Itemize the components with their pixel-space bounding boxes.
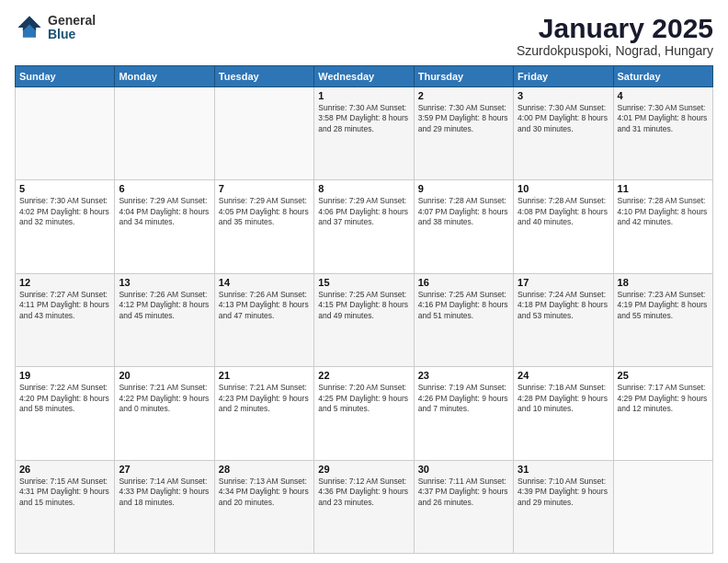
day-content: Sunrise: 7:12 AM Sunset: 4:36 PM Dayligh… xyxy=(318,477,409,508)
calendar-cell: 25Sunrise: 7:17 AM Sunset: 4:29 PM Dayli… xyxy=(613,367,712,460)
calendar-cell xyxy=(115,87,214,180)
day-content: Sunrise: 7:18 AM Sunset: 4:28 PM Dayligh… xyxy=(518,383,609,414)
day-number: 10 xyxy=(518,183,609,194)
day-number: 29 xyxy=(318,464,409,475)
calendar-cell: 13Sunrise: 7:26 AM Sunset: 4:12 PM Dayli… xyxy=(115,273,214,366)
calendar-cell xyxy=(613,460,712,553)
day-header-friday: Friday xyxy=(514,66,613,87)
day-content: Sunrise: 7:30 AM Sunset: 4:02 PM Dayligh… xyxy=(19,196,110,227)
calendar-cell: 29Sunrise: 7:12 AM Sunset: 4:36 PM Dayli… xyxy=(314,460,414,553)
day-content: Sunrise: 7:19 AM Sunset: 4:26 PM Dayligh… xyxy=(418,383,509,414)
day-content: Sunrise: 7:30 AM Sunset: 3:59 PM Dayligh… xyxy=(418,103,509,134)
calendar-cell: 8Sunrise: 7:29 AM Sunset: 4:06 PM Daylig… xyxy=(314,180,414,273)
calendar-subtitle: Szurdokpuspoki, Nograd, Hungary xyxy=(517,43,713,58)
calendar-cell: 18Sunrise: 7:23 AM Sunset: 4:19 PM Dayli… xyxy=(613,273,712,366)
day-content: Sunrise: 7:30 AM Sunset: 3:58 PM Dayligh… xyxy=(318,103,409,134)
calendar-cell: 20Sunrise: 7:21 AM Sunset: 4:22 PM Dayli… xyxy=(115,367,214,460)
calendar-cell: 22Sunrise: 7:20 AM Sunset: 4:25 PM Dayli… xyxy=(314,367,414,460)
day-content: Sunrise: 7:30 AM Sunset: 4:00 PM Dayligh… xyxy=(518,103,609,134)
calendar-cell: 19Sunrise: 7:22 AM Sunset: 4:20 PM Dayli… xyxy=(16,367,115,460)
logo-general-text: General xyxy=(48,14,96,28)
day-content: Sunrise: 7:21 AM Sunset: 4:23 PM Dayligh… xyxy=(219,383,310,414)
calendar-cell: 24Sunrise: 7:18 AM Sunset: 4:28 PM Dayli… xyxy=(514,367,613,460)
day-content: Sunrise: 7:20 AM Sunset: 4:25 PM Dayligh… xyxy=(318,383,409,414)
day-content: Sunrise: 7:21 AM Sunset: 4:22 PM Dayligh… xyxy=(119,383,210,414)
day-number: 7 xyxy=(219,183,310,194)
day-number: 1 xyxy=(318,90,409,101)
day-content: Sunrise: 7:13 AM Sunset: 4:34 PM Dayligh… xyxy=(219,477,310,508)
day-number: 9 xyxy=(418,183,509,194)
day-number: 16 xyxy=(418,277,509,288)
calendar-title: January 2025 xyxy=(517,13,713,43)
day-number: 23 xyxy=(418,370,509,381)
day-number: 6 xyxy=(119,183,210,194)
day-number: 8 xyxy=(318,183,409,194)
day-content: Sunrise: 7:28 AM Sunset: 4:10 PM Dayligh… xyxy=(618,196,709,227)
day-content: Sunrise: 7:10 AM Sunset: 4:39 PM Dayligh… xyxy=(518,477,609,508)
day-number: 3 xyxy=(518,90,609,101)
calendar-week-1: 1Sunrise: 7:30 AM Sunset: 3:58 PM Daylig… xyxy=(16,87,713,180)
day-number: 31 xyxy=(518,464,609,475)
day-content: Sunrise: 7:22 AM Sunset: 4:20 PM Dayligh… xyxy=(19,383,110,414)
logo: General Blue xyxy=(15,13,96,42)
day-number: 24 xyxy=(518,370,609,381)
day-content: Sunrise: 7:23 AM Sunset: 4:19 PM Dayligh… xyxy=(618,290,709,321)
day-content: Sunrise: 7:29 AM Sunset: 4:04 PM Dayligh… xyxy=(119,196,210,227)
day-header-wednesday: Wednesday xyxy=(314,66,414,87)
calendar-body: 1Sunrise: 7:30 AM Sunset: 3:58 PM Daylig… xyxy=(16,87,713,554)
calendar-cell: 9Sunrise: 7:28 AM Sunset: 4:07 PM Daylig… xyxy=(414,180,513,273)
day-number: 2 xyxy=(418,90,509,101)
calendar-cell: 21Sunrise: 7:21 AM Sunset: 4:23 PM Dayli… xyxy=(214,367,313,460)
day-content: Sunrise: 7:26 AM Sunset: 4:12 PM Dayligh… xyxy=(119,290,210,321)
day-header-thursday: Thursday xyxy=(414,66,513,87)
calendar-cell: 28Sunrise: 7:13 AM Sunset: 4:34 PM Dayli… xyxy=(214,460,313,553)
day-content: Sunrise: 7:11 AM Sunset: 4:37 PM Dayligh… xyxy=(418,477,509,508)
title-block: January 2025 Szurdokpuspoki, Nograd, Hun… xyxy=(517,13,713,58)
calendar-cell: 12Sunrise: 7:27 AM Sunset: 4:11 PM Dayli… xyxy=(16,273,115,366)
day-number: 13 xyxy=(119,277,210,288)
calendar-cell: 31Sunrise: 7:10 AM Sunset: 4:39 PM Dayli… xyxy=(514,460,613,553)
page: General Blue January 2025 Szurdokpuspoki… xyxy=(0,0,728,563)
day-content: Sunrise: 7:28 AM Sunset: 4:07 PM Dayligh… xyxy=(418,196,509,227)
day-header-tuesday: Tuesday xyxy=(214,66,313,87)
day-header-sunday: Sunday xyxy=(16,66,115,87)
calendar-cell: 3Sunrise: 7:30 AM Sunset: 4:00 PM Daylig… xyxy=(514,87,613,180)
day-number: 5 xyxy=(19,183,110,194)
calendar-cell: 27Sunrise: 7:14 AM Sunset: 4:33 PM Dayli… xyxy=(115,460,214,553)
day-header-monday: Monday xyxy=(115,66,214,87)
day-content: Sunrise: 7:25 AM Sunset: 4:15 PM Dayligh… xyxy=(318,290,409,321)
day-content: Sunrise: 7:24 AM Sunset: 4:18 PM Dayligh… xyxy=(518,290,609,321)
day-content: Sunrise: 7:26 AM Sunset: 4:13 PM Dayligh… xyxy=(219,290,310,321)
calendar-header: SundayMondayTuesdayWednesdayThursdayFrid… xyxy=(16,66,713,87)
calendar-cell: 6Sunrise: 7:29 AM Sunset: 4:04 PM Daylig… xyxy=(115,180,214,273)
calendar-cell: 11Sunrise: 7:28 AM Sunset: 4:10 PM Dayli… xyxy=(613,180,712,273)
calendar-cell: 1Sunrise: 7:30 AM Sunset: 3:58 PM Daylig… xyxy=(314,87,414,180)
calendar-table: SundayMondayTuesdayWednesdayThursdayFrid… xyxy=(15,65,713,554)
calendar-cell: 17Sunrise: 7:24 AM Sunset: 4:18 PM Dayli… xyxy=(514,273,613,366)
calendar-cell xyxy=(214,87,313,180)
day-number: 12 xyxy=(19,277,110,288)
day-content: Sunrise: 7:28 AM Sunset: 4:08 PM Dayligh… xyxy=(518,196,609,227)
day-number: 25 xyxy=(618,370,709,381)
header: General Blue January 2025 Szurdokpuspoki… xyxy=(15,13,713,58)
day-number: 30 xyxy=(418,464,509,475)
day-header-saturday: Saturday xyxy=(613,66,712,87)
calendar-cell: 5Sunrise: 7:30 AM Sunset: 4:02 PM Daylig… xyxy=(16,180,115,273)
calendar-week-3: 12Sunrise: 7:27 AM Sunset: 4:11 PM Dayli… xyxy=(16,273,713,366)
day-number: 28 xyxy=(219,464,310,475)
day-number: 27 xyxy=(119,464,210,475)
day-number: 15 xyxy=(318,277,409,288)
calendar-cell: 16Sunrise: 7:25 AM Sunset: 4:16 PM Dayli… xyxy=(414,273,513,366)
day-content: Sunrise: 7:30 AM Sunset: 4:01 PM Dayligh… xyxy=(618,103,709,134)
day-content: Sunrise: 7:15 AM Sunset: 4:31 PM Dayligh… xyxy=(19,477,110,508)
calendar-cell: 15Sunrise: 7:25 AM Sunset: 4:15 PM Dayli… xyxy=(314,273,414,366)
day-content: Sunrise: 7:17 AM Sunset: 4:29 PM Dayligh… xyxy=(618,383,709,414)
logo-text: General Blue xyxy=(48,14,96,42)
calendar-cell: 23Sunrise: 7:19 AM Sunset: 4:26 PM Dayli… xyxy=(414,367,513,460)
header-row: SundayMondayTuesdayWednesdayThursdayFrid… xyxy=(16,66,713,87)
day-number: 20 xyxy=(119,370,210,381)
calendar-cell: 30Sunrise: 7:11 AM Sunset: 4:37 PM Dayli… xyxy=(414,460,513,553)
day-content: Sunrise: 7:25 AM Sunset: 4:16 PM Dayligh… xyxy=(418,290,509,321)
logo-blue-text: Blue xyxy=(48,28,96,41)
day-number: 22 xyxy=(318,370,409,381)
